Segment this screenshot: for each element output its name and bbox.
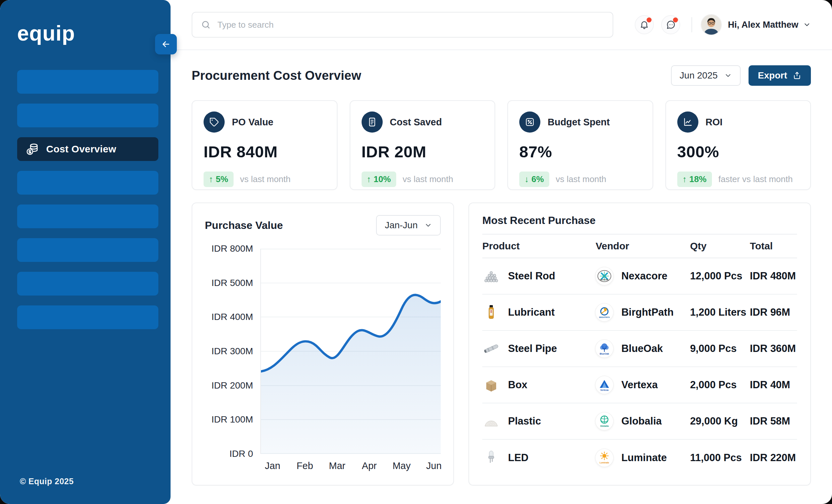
export-label: Export: [758, 70, 787, 81]
search-input[interactable]: [217, 20, 604, 30]
qty-value: 2,000 Pcs: [690, 379, 750, 391]
line-chart: IDR 800M IDR 500M IDR 400M IDR 300M IDR …: [205, 249, 441, 454]
y-tick: IDR 200M: [211, 380, 253, 391]
stat-value: IDR 840M: [204, 142, 326, 161]
page-controls: Jun 2025 Export: [671, 65, 811, 86]
stat-value: IDR 20M: [362, 142, 484, 161]
product-name: Steel Rod: [508, 270, 555, 282]
x-axis-labels: Jan Feb Mar Apr May Jun: [260, 460, 441, 475]
stat-card-roi: ROI 300% ↑18% faster vs last month: [666, 100, 811, 190]
stat-value: 87%: [519, 142, 641, 161]
total-value: IDR 220M: [750, 452, 797, 464]
delta-note: vs last month: [556, 174, 606, 184]
page-title: Procurement Cost Overview: [192, 69, 361, 83]
topbar: Hi, Alex Matthew: [171, 0, 832, 50]
search-box[interactable]: [192, 12, 613, 37]
sidebar-item-placeholder[interactable]: [17, 104, 158, 127]
sidebar-item-placeholder[interactable]: [17, 70, 158, 94]
export-button[interactable]: Export: [749, 65, 811, 86]
sidebar-item-placeholder[interactable]: [17, 238, 158, 262]
nexacore-logo: NEXACORE: [595, 267, 613, 285]
product-name: Box: [508, 379, 527, 391]
y-axis-labels: IDR 800M IDR 500M IDR 400M IDR 300M IDR …: [205, 249, 260, 454]
sidebar-collapse-button[interactable]: [155, 34, 177, 54]
table-row[interactable]: LED Luminate Luminate 11,000 Pcs IDR 220…: [482, 440, 797, 476]
table-header: Product Vendor Qty Total: [482, 234, 797, 258]
delta-note: faster vs last month: [719, 174, 793, 184]
stat-card-budget-spent: Budget Spent 87% ↓6% vs last month: [508, 100, 653, 190]
vertexa-logo: Vertexa: [595, 376, 613, 394]
dashboard-row: Purchase Value Jan-Jun IDR 800M IDR 500M…: [192, 203, 811, 485]
receipt-icon: [362, 111, 383, 133]
copyright-text: © Equip 2025: [20, 477, 74, 486]
svg-text:NEXACORE: NEXACORE: [600, 279, 609, 281]
table-row[interactable]: Steel Rod NEXACORE Nexacore 12,000 Pcs I…: [482, 258, 797, 295]
arrow-left-icon: [161, 39, 171, 49]
period-value: Jun 2025: [680, 70, 718, 81]
stat-cards: PO Value IDR 840M ↑5% vs last month Cost…: [192, 100, 811, 190]
message-badge: [673, 18, 678, 22]
product-name: LED: [508, 452, 528, 464]
qty-value: 11,000 Pcs: [690, 452, 750, 464]
sidebar-item-placeholder[interactable]: [17, 306, 158, 329]
product-name: Plastic: [508, 415, 541, 427]
steel-pipe-image: [482, 340, 500, 357]
table-row[interactable]: Box Vertexa Vertexa 2,000 Pcs IDR 40M: [482, 367, 797, 403]
table-row[interactable]: Plastic Globalia Globalia 29,000 Kg IDR …: [482, 403, 797, 440]
svg-text:Luminate: Luminate: [600, 461, 609, 464]
total-value: IDR 480M: [750, 270, 797, 282]
vendor-name: Vertexa: [621, 379, 657, 391]
sidebar-item-placeholder[interactable]: [17, 272, 158, 295]
y-tick: IDR 500M: [211, 278, 253, 288]
svg-text:Globalia: Globalia: [600, 425, 609, 427]
stat-card-po-value: PO Value IDR 840M ↑5% vs last month: [192, 100, 337, 190]
coins-icon: [25, 142, 40, 156]
range-value: Jan-Jun: [385, 220, 418, 231]
sidebar-item-placeholder[interactable]: [17, 171, 158, 194]
arrow-up-icon: ↑: [209, 174, 213, 184]
table-row[interactable]: Steel Pipe BlueOak BlueOak 9,000 Pcs IDR…: [482, 331, 797, 367]
messages-button[interactable]: [661, 15, 680, 34]
chevron-down-icon[interactable]: [803, 21, 811, 29]
y-tick: IDR 400M: [211, 312, 253, 322]
led-image: [482, 449, 500, 467]
delta-badge: ↑5%: [204, 171, 234, 187]
period-select[interactable]: Jun 2025: [671, 65, 740, 86]
sidebar-item-placeholder[interactable]: [17, 205, 158, 228]
stat-label: Budget Spent: [548, 117, 610, 128]
vendor-name: BirghtPath: [621, 307, 673, 318]
app-window: equip Cost Overview © Equip 2025: [0, 0, 832, 504]
table-row[interactable]: Lubricant BRIGHTPATH BirghtPath 1,200 Li…: [482, 295, 797, 331]
x-tick: Jan: [265, 460, 280, 471]
chevron-down-icon: [424, 221, 432, 229]
avatar[interactable]: [701, 14, 722, 35]
delta-badge: ↓6%: [519, 171, 549, 187]
app-logo: equip: [17, 22, 158, 44]
y-tick: IDR 0: [229, 449, 253, 459]
vendor-name: Luminate: [621, 452, 667, 464]
recent-purchase-card: Most Recent Purchase Product Vendor Qty …: [468, 203, 811, 485]
column-header-total: Total: [750, 240, 797, 252]
luminate-logo: Luminate: [595, 449, 613, 467]
x-tick: Mar: [329, 460, 345, 471]
svg-text:Vertexa: Vertexa: [600, 389, 609, 391]
arrow-up-icon: ↑: [367, 174, 371, 184]
search-icon: [201, 20, 211, 30]
y-tick: IDR 100M: [211, 414, 253, 425]
sidebar-item-cost-overview[interactable]: Cost Overview: [17, 137, 158, 161]
notifications-button[interactable]: [635, 15, 654, 34]
chart-icon: [677, 111, 698, 133]
arrow-up-icon: ↑: [682, 174, 687, 184]
delta-badge: ↑10%: [362, 171, 396, 187]
delta-note: vs last month: [240, 174, 291, 184]
sidebar: equip Cost Overview © Equip 2025: [0, 0, 171, 504]
x-tick: Apr: [362, 460, 377, 471]
y-tick: IDR 800M: [211, 243, 253, 254]
vendor-name: Nexacore: [621, 270, 667, 282]
user-greeting: Hi, Alex Matthew: [728, 20, 798, 30]
page-header: Procurement Cost Overview Jun 2025 Expor…: [192, 65, 811, 86]
x-tick: May: [393, 460, 411, 471]
sidebar-item-label: Cost Overview: [46, 143, 116, 155]
range-select[interactable]: Jan-Jun: [376, 215, 441, 236]
stat-card-cost-saved: Cost Saved IDR 20M ↑10% vs last month: [350, 100, 495, 190]
